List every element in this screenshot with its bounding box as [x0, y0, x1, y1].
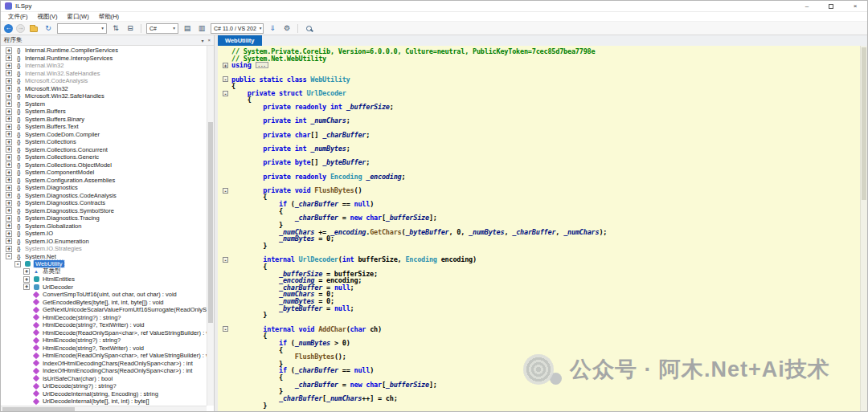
menu-item-window[interactable]: 窗口(W) — [63, 13, 94, 21]
expand-icon[interactable]: + — [6, 139, 12, 145]
expand-icon[interactable]: + — [6, 169, 12, 176]
tree-item[interactable]: ConvertSmpToUtf16(uint, out char, out ch… — [1, 291, 214, 299]
tree-item[interactable]: +HtmlEntities — [1, 275, 214, 284]
menu-item-help[interactable]: 帮助(H) — [94, 13, 124, 21]
tab-webutility[interactable]: WebUtility — [218, 35, 262, 46]
tree-item[interactable]: +{}Internal.Runtime.InteropServices — [1, 55, 214, 63]
tree-item[interactable]: +{}System.Globalization — [1, 222, 214, 230]
expand-icon[interactable]: + — [6, 146, 12, 153]
tree-item[interactable]: +{}System.Diagnostics — [1, 184, 214, 192]
fold-collapse-icon[interactable]: - — [218, 257, 231, 263]
tree-item[interactable]: +{}System.Diagnostics.SymbolStore — [1, 207, 214, 215]
tree-vertical-scrollbar-thumb[interactable] — [208, 122, 213, 323]
tree-item[interactable]: UrlDecodeInternal(byte[], int, int) : by… — [1, 398, 214, 406]
download-symbols-button[interactable]: ⇓ — [267, 23, 278, 34]
settings-button[interactable]: ⚙ — [281, 23, 293, 34]
tree-item[interactable]: HtmlDecode(ReadOnlySpan<char>, ref Value… — [1, 329, 214, 337]
tree-item[interactable]: +{}System.Collections.Concurrent — [1, 146, 214, 154]
view-code-button[interactable]: ▤ — [182, 23, 193, 34]
tree-item[interactable]: +{}System.Diagnostics.Tracing — [1, 214, 214, 222]
open-file-button[interactable] — [28, 23, 39, 34]
expand-icon[interactable]: + — [6, 185, 12, 191]
expand-icon[interactable]: + — [6, 200, 12, 206]
tree-item[interactable]: UrlDecodeInternal(string, Encoding) : st… — [1, 390, 214, 398]
tree-item[interactable]: HtmlDecode(string?, TextWriter) : void — [1, 321, 214, 329]
tree-item[interactable]: IndexOfHtmlEncodingChars(ReadOnlySpan<ch… — [1, 367, 214, 375]
tree-item[interactable]: HtmlDecode(string?) : string? — [1, 314, 214, 322]
editor-vertical-scrollbar[interactable] — [860, 46, 867, 412]
sort-assemblies-button[interactable]: ⇅ — [110, 23, 121, 34]
refresh-button[interactable]: ↻ — [43, 23, 54, 34]
tree-item[interactable]: HtmlEncode(string?, TextWriter) : void — [1, 345, 214, 353]
expand-icon[interactable]: + — [6, 230, 12, 237]
expand-icon[interactable]: + — [6, 78, 12, 84]
expand-icon[interactable]: + — [6, 85, 12, 92]
tree-item[interactable]: +{}System.IO — [1, 230, 214, 238]
tree-vertical-scrollbar[interactable] — [207, 46, 214, 406]
expand-icon[interactable]: + — [6, 215, 12, 222]
expand-icon[interactable]: + — [6, 131, 12, 137]
tree-item[interactable]: +{}System — [1, 100, 214, 108]
tree-item[interactable]: +{}System.Buffers.Text — [1, 123, 214, 131]
expand-icon[interactable]: + — [6, 116, 12, 122]
tree-item[interactable]: IsUrlSafeChar(char) : bool — [1, 375, 214, 383]
tree-item[interactable]: IndexOfHtmlDecodingChars(ReadOnlySpan<ch… — [1, 360, 214, 368]
language-version-select[interactable]: C# 11.0 / VS 202 ▾ — [211, 23, 264, 34]
collapse-icon[interactable]: - — [6, 253, 12, 259]
tree-item[interactable]: UrlDecode(string?) : string? — [1, 382, 214, 390]
code-view[interactable]: // System.Private.CoreLib, Version=6.0.0… — [218, 46, 867, 412]
fold-expand-icon[interactable]: + — [218, 63, 231, 68]
maximize-button[interactable] — [819, 1, 843, 12]
minimize-button[interactable]: – — [795, 1, 819, 12]
fold-collapse-icon[interactable]: - — [218, 326, 231, 332]
tree-item[interactable]: +{}System.Collections.ObjectModel — [1, 161, 214, 169]
expand-icon[interactable]: + — [6, 207, 12, 214]
panel-menu-chevron-icon[interactable]: ▾ — [201, 38, 203, 43]
expand-icon[interactable]: + — [6, 154, 12, 161]
expand-icon[interactable]: + — [23, 268, 30, 275]
tree-item[interactable]: +UrlDecoder — [1, 284, 214, 292]
expand-icon[interactable]: + — [6, 161, 12, 168]
expand-icon[interactable]: + — [6, 192, 12, 198]
tree-item[interactable]: +{}Internal.Runtime.CompilerServices — [1, 47, 214, 55]
menu-item-view[interactable]: 视图(V) — [33, 13, 63, 21]
tree-item[interactable]: GetNextUnicodeScalarValueFromUtf16Surrog… — [1, 306, 214, 314]
tree-item[interactable]: +{}Microsoft.CodeAnalysis — [1, 77, 214, 85]
tree-item[interactable]: +{}Internal.Win32.SafeHandles — [1, 70, 214, 78]
tree-item[interactable]: +{}Microsoft.Win32 — [1, 85, 214, 93]
tree-item[interactable]: +{}System.CodeDom.Compiler — [1, 131, 214, 139]
close-button[interactable]: × — [843, 1, 867, 12]
view-il-button[interactable]: ▥ — [196, 23, 207, 34]
tree-horizontal-scrollbar[interactable] — [1, 406, 207, 412]
tree-item[interactable]: +{}System.ComponentModel — [1, 169, 214, 177]
fold-collapse-icon[interactable]: - — [218, 76, 231, 82]
expand-icon[interactable]: + — [6, 246, 12, 252]
editor-vertical-scrollbar-thumb[interactable] — [862, 47, 866, 200]
expand-icon[interactable]: + — [6, 93, 12, 100]
tree-item[interactable]: +{}System.Diagnostics.Contracts — [1, 199, 214, 207]
expand-icon[interactable]: + — [6, 55, 12, 61]
expand-icon[interactable]: + — [6, 63, 12, 69]
assembly-list-select[interactable]: ▾ — [57, 23, 107, 34]
collapse-all-button[interactable]: ⊟ — [125, 23, 136, 34]
tree-horizontal-scrollbar-thumb[interactable] — [2, 407, 75, 412]
expand-icon[interactable]: + — [6, 108, 12, 115]
expand-icon[interactable]: + — [6, 47, 12, 54]
tree-item[interactable]: +{}System.Diagnostics.CodeAnalysis — [1, 192, 214, 200]
expand-icon[interactable]: + — [6, 124, 12, 130]
tree-item[interactable]: HtmlEncode(string?) : string? — [1, 337, 214, 345]
tree-item[interactable]: -{}System.Net — [1, 253, 214, 261]
tree-item[interactable]: +{}System.Buffers — [1, 108, 214, 116]
tree-item[interactable]: +{}Microsoft.Win32.SafeHandles — [1, 92, 214, 100]
tree-item[interactable]: -WebUtility — [1, 260, 214, 268]
expand-icon[interactable]: + — [6, 70, 12, 76]
tree-item[interactable]: +{}System.Collections.Generic — [1, 153, 214, 161]
expand-icon[interactable]: + — [6, 177, 12, 183]
tree-item[interactable]: GetEncodedBytes(byte[], int, int, byte[]… — [1, 299, 214, 307]
expand-icon[interactable]: + — [6, 238, 12, 244]
panel-close-icon[interactable]: × — [207, 38, 211, 43]
collapse-icon[interactable]: - — [14, 261, 21, 267]
assembly-tree[interactable]: +{}Internal.Runtime.CompilerServices+{}I… — [1, 46, 214, 406]
tree-item[interactable]: +{}System.IO.Strategies — [1, 245, 214, 253]
expand-icon[interactable]: + — [6, 222, 12, 229]
